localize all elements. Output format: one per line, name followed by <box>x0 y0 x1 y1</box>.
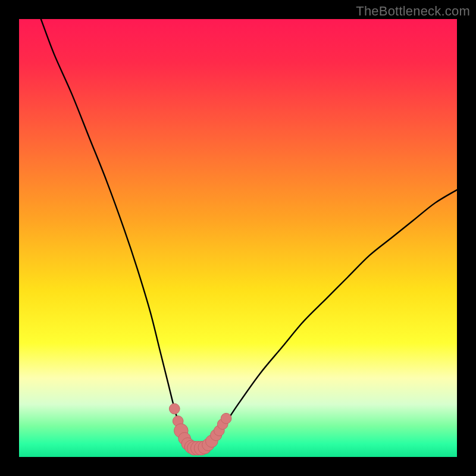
watermark-text: TheBottleneck.com <box>356 4 470 19</box>
curve-marker <box>221 413 231 424</box>
curve-marker <box>169 403 180 414</box>
outer-frame: TheBottleneck.com <box>0 0 476 476</box>
bottleneck-chart <box>19 19 457 457</box>
plot-area <box>19 19 457 457</box>
